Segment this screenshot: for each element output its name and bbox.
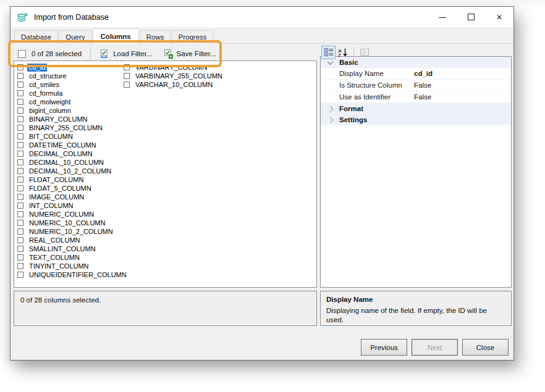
column-list-item[interactable]: UNIQUEIDENTIFIER_COLUMN — [17, 270, 129, 279]
item-checkbox[interactable] — [124, 64, 130, 70]
column-list-item[interactable]: VARBINARY_255_COLUMN — [124, 72, 224, 80]
column-list-item[interactable]: cd_smiles — [17, 80, 129, 89]
categorized-view-button[interactable] — [321, 46, 336, 59]
column-list-item[interactable]: NUMERIC_10_COLUMN — [17, 219, 129, 227]
select-all-checkbox[interactable] — [18, 50, 26, 58]
close-button[interactable]: ✕ — [485, 7, 513, 27]
property-row[interactable]: Use as IdentifierFalse — [321, 91, 511, 103]
property-category-settings[interactable]: Settings — [321, 114, 511, 125]
column-list-item[interactable]: NUMERIC_10_2_COLUMN — [17, 227, 129, 236]
item-label: NUMERIC_10_2_COLUMN — [27, 228, 115, 236]
column-list-item[interactable]: REAL_COLUMN — [17, 236, 129, 244]
item-checkbox[interactable] — [124, 73, 130, 79]
item-checkbox[interactable] — [17, 133, 23, 140]
load-filter-label: Load Filter... — [113, 50, 152, 57]
item-checkbox[interactable] — [17, 81, 23, 88]
chevron-right-icon[interactable] — [327, 106, 333, 112]
close-dialog-button[interactable]: Close — [462, 339, 509, 356]
item-label: FLOAT_5_COLUMN — [27, 185, 93, 193]
item-checkbox[interactable] — [17, 142, 23, 148]
property-grid[interactable]: BasicDisplay Namecd_idIs Structure Colum… — [320, 56, 512, 288]
property-value[interactable]: False — [414, 93, 431, 101]
column-list-item[interactable]: cd_structure — [17, 72, 129, 80]
next-button[interactable]: Next — [412, 339, 458, 356]
columns-list-panel[interactable]: cd_idcd_structurecd_smilescd_formulacd_m… — [14, 60, 317, 288]
column-list-item[interactable]: cd_formula — [17, 89, 129, 98]
item-label: DECIMAL_10_COLUMN — [27, 159, 106, 167]
column-list-item[interactable]: FLOAT_5_COLUMN — [17, 184, 129, 193]
item-checkbox[interactable] — [17, 246, 23, 252]
item-checkbox[interactable] — [17, 254, 23, 261]
column-list-item[interactable]: bigint_column — [17, 106, 129, 115]
property-value[interactable]: cd_id — [414, 70, 433, 77]
column-list-item[interactable]: BIT_COLUMN — [17, 132, 129, 141]
property-name: Use as Identifier — [339, 93, 414, 101]
column-list-item[interactable]: VARBINARY_COLUMN — [124, 63, 224, 72]
item-checkbox[interactable] — [17, 272, 23, 278]
tab-rows[interactable]: Rows — [140, 30, 171, 44]
minimize-button[interactable]: — — [428, 7, 457, 27]
title-bar: x Import from Database — ✕ — [11, 7, 513, 27]
column-list-item[interactable]: INT_COLUMN — [17, 201, 129, 210]
item-checkbox[interactable] — [17, 90, 23, 96]
column-list-item[interactable]: cd_id — [17, 63, 129, 72]
chevron-right-icon[interactable] — [327, 117, 333, 123]
item-checkbox[interactable] — [17, 263, 23, 269]
status-text: 0 of 28 columns selected. — [20, 296, 101, 304]
categorized-icon — [324, 48, 334, 57]
item-checkbox[interactable] — [17, 107, 23, 114]
property-description-title: Display Name — [326, 295, 505, 305]
column-list-item[interactable]: BINARY_COLUMN — [17, 115, 129, 123]
item-checkbox[interactable] — [17, 116, 23, 122]
load-filter-button[interactable]: Load Filter... — [97, 47, 155, 60]
item-checkbox[interactable] — [17, 99, 23, 105]
property-grid-toolbar: A Z — [321, 44, 371, 60]
item-label: SMALLINT_COLUMN — [27, 245, 98, 253]
item-label: DECIMAL_10_2_COLUMN — [27, 167, 113, 175]
item-checkbox[interactable] — [17, 159, 23, 165]
column-list-item[interactable]: DECIMAL_COLUMN — [17, 149, 129, 158]
tab-query[interactable]: Query — [59, 30, 91, 44]
item-checkbox[interactable] — [17, 177, 23, 183]
item-checkbox[interactable] — [17, 168, 23, 174]
item-checkbox[interactable] — [124, 81, 130, 88]
column-list-item[interactable]: DATETIME_COLUMN — [17, 141, 129, 149]
column-list-item[interactable]: FLOAT_COLUMN — [17, 175, 129, 184]
item-checkbox[interactable] — [17, 194, 23, 200]
item-checkbox[interactable] — [17, 220, 23, 226]
item-checkbox[interactable] — [17, 151, 23, 157]
maximize-button[interactable] — [457, 7, 485, 27]
column-list-item[interactable]: cd_molweight — [17, 98, 129, 106]
column-list-item[interactable]: SMALLINT_COLUMN — [17, 244, 129, 253]
svg-text:Z: Z — [338, 52, 341, 57]
column-list-item[interactable]: BINARY_255_COLUMN — [17, 123, 129, 132]
item-checkbox[interactable] — [17, 125, 23, 131]
previous-button[interactable]: Previous — [361, 339, 407, 356]
property-row[interactable]: Display Namecd_id — [321, 68, 511, 80]
column-list-item[interactable]: DECIMAL_10_COLUMN — [17, 158, 129, 167]
item-checkbox[interactable] — [17, 228, 23, 235]
item-checkbox[interactable] — [17, 202, 23, 209]
sort-alphabetical-button[interactable]: A Z — [336, 46, 350, 59]
tab-progress[interactable]: Progress — [172, 30, 214, 44]
property-category-format[interactable]: Format — [321, 103, 511, 114]
column-list-item[interactable]: DECIMAL_10_2_COLUMN — [17, 167, 129, 175]
category-label: Settings — [339, 116, 367, 123]
column-list-item[interactable]: TEXT_COLUMN — [17, 253, 129, 262]
column-list-item[interactable]: VARCHAR_10_COLUMN — [124, 80, 224, 89]
item-checkbox[interactable] — [17, 237, 23, 243]
tab-database[interactable]: Database — [14, 30, 58, 44]
column-list-item[interactable]: IMAGE_COLUMN — [17, 193, 129, 201]
property-row[interactable]: Is Structure ColumnFalse — [321, 80, 511, 91]
column-list-item[interactable]: TINYINT_COLUMN — [17, 262, 129, 270]
item-checkbox[interactable] — [17, 73, 23, 79]
item-checkbox[interactable] — [17, 211, 23, 217]
tab-columns[interactable]: Columns — [93, 28, 139, 44]
item-checkbox[interactable] — [17, 64, 23, 70]
item-label: IMAGE_COLUMN — [27, 193, 86, 201]
maximize-icon — [468, 14, 475, 20]
column-list-item[interactable]: NUMERIC_COLUMN — [17, 210, 129, 219]
save-filter-button[interactable]: Save Filter... — [161, 47, 219, 60]
item-checkbox[interactable] — [17, 185, 23, 191]
property-value[interactable]: False — [414, 81, 431, 89]
